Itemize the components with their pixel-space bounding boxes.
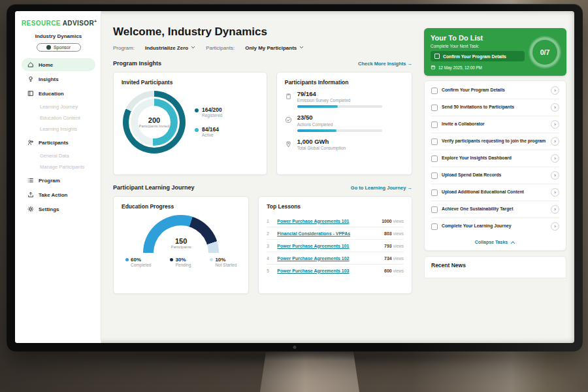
lesson-link[interactable]: Financial Considerations - VPPAs	[277, 231, 379, 236]
participants-select[interactable]: Only My Participants	[245, 45, 304, 51]
task-checkbox[interactable]	[431, 223, 438, 230]
task-checkbox[interactable]	[431, 88, 438, 94]
chevron-right-icon[interactable]: ›	[551, 86, 559, 95]
sidebar-item-label: Take Action	[39, 192, 67, 198]
todo-task[interactable]: Upload Spend Data Records ›	[431, 167, 559, 184]
task-checkbox[interactable]	[434, 54, 440, 59]
donut-center: 200 Participants Invited	[138, 106, 171, 139]
participants-information-card: Participants Information 79/164 Emission…	[276, 72, 412, 175]
gauge-center: 150 Participants	[122, 237, 240, 249]
lesson-rank: 3	[267, 244, 272, 248]
legend-not-started: 10% Not Started	[210, 257, 237, 267]
filter-bar: Program: Industrialize Zero Participants…	[113, 45, 412, 51]
program-select[interactable]: Industrialize Zero	[145, 45, 195, 51]
task-checkbox[interactable]	[431, 122, 438, 128]
arrow-right-icon: →	[408, 61, 413, 67]
task-checkbox[interactable]	[431, 172, 438, 179]
collapse-tasks-button[interactable]: Collapse Tasks	[431, 235, 559, 249]
task-label: Upload Additional Educational Content	[442, 189, 547, 195]
todo-header: Your To Do List Complete Your Next Task:…	[424, 28, 566, 76]
sidebar-item-participants[interactable]: Participants	[22, 136, 95, 149]
donut-center-value: 200	[148, 116, 160, 124]
check-icon	[285, 114, 292, 131]
lesson-row: 3 Power Purchase Agreements 101 793views	[267, 240, 404, 252]
task-checkbox[interactable]	[431, 206, 438, 213]
participants-select-value: Only My Participants	[245, 45, 297, 51]
sidebar-item-insights[interactable]: Insights	[22, 73, 95, 86]
chevron-right-icon[interactable]: ›	[551, 205, 559, 214]
check-more-insights-link[interactable]: Check More Insights →	[358, 61, 412, 67]
task-checkbox[interactable]	[431, 189, 438, 196]
chevron-right-icon[interactable]: ›	[551, 188, 559, 197]
sidebar: RESOURCE ADVISOR+ Industry Dynamics Spon…	[15, 11, 101, 343]
lesson-link[interactable]: Power Purchase Agreements 103	[277, 269, 379, 273]
lesson-link[interactable]: Power Purchase Agreements 102	[277, 256, 379, 261]
stat-label: Total Global Consumption	[297, 146, 346, 150]
collapse-label: Collapse Tasks	[475, 240, 508, 244]
sidebar-item-label: Education	[39, 91, 64, 97]
sidebar-item-learning-journey[interactable]: Learning Journey	[22, 101, 95, 112]
todo-task[interactable]: Invite a Collaborator ›	[431, 116, 559, 133]
next-task-row[interactable]: Confirm Your Program Details	[431, 51, 525, 61]
todo-task[interactable]: Complete Your Learning Journey ›	[431, 218, 559, 235]
gauge-label: Participants	[122, 245, 240, 249]
legend-dot	[195, 108, 199, 112]
chevron-right-icon[interactable]: ›	[551, 103, 559, 112]
sidebar-item-manage-participants[interactable]: Manage Participants	[22, 161, 95, 172]
todo-task[interactable]: Verify participants requesting to join t…	[431, 133, 559, 150]
clipboard-icon	[285, 91, 292, 108]
task-checkbox[interactable]	[431, 155, 438, 162]
todo-task[interactable]: Send 50 Invitations to Participants ›	[431, 99, 559, 116]
chevron-right-icon[interactable]: ›	[551, 154, 559, 163]
sidebar-item-program[interactable]: Program	[22, 174, 95, 187]
sidebar-item-home[interactable]: Home	[22, 58, 95, 71]
todo-progress-count: 0/7	[532, 40, 557, 65]
next-task-due: 12 May 2025, 12:00 PM	[431, 65, 525, 70]
top-lessons-card: Top Lessons 1 Power Purchase Agreements …	[258, 196, 412, 294]
app-window: RESOURCE ADVISOR+ Industry Dynamics Spon…	[15, 11, 574, 343]
go-to-learning-journey-link[interactable]: Go to Learning Journey →	[351, 185, 412, 191]
sidebar-item-learning-insights[interactable]: Learning Insights	[22, 123, 95, 135]
sponsor-badge[interactable]: Sponsor	[37, 43, 81, 52]
logo-primary: RESOURCE	[22, 20, 61, 27]
progress-bar	[297, 105, 382, 108]
stat-value: 23/50	[297, 114, 382, 121]
chevron-right-icon[interactable]: ›	[551, 222, 559, 231]
sidebar-item-take-action[interactable]: Take Action	[22, 188, 95, 201]
todo-task[interactable]: Achieve One Sustainability Target ›	[431, 201, 559, 218]
arrow-right-icon: →	[408, 185, 413, 191]
recent-news-card: Recent News	[424, 256, 566, 278]
task-checkbox[interactable]	[431, 105, 438, 111]
lesson-link[interactable]: Power Purchase Agreements 101	[277, 244, 379, 248]
sponsor-icon	[46, 45, 51, 50]
location-pin-icon	[285, 139, 292, 150]
lightbulb-icon	[27, 76, 34, 82]
legend-dot	[210, 258, 213, 261]
chevron-up-icon	[510, 240, 515, 244]
stat-value: 79/164	[297, 91, 382, 97]
chevron-right-icon[interactable]: ›	[551, 120, 559, 129]
stat-emission-survey: 79/164 Emission Survey Completed	[285, 91, 404, 108]
lesson-views: 734views	[384, 256, 404, 261]
lesson-rank: 2	[267, 231, 272, 236]
legend-dot	[195, 128, 199, 132]
insights-cards-row: Invited Participants 200 Participants In…	[113, 72, 412, 175]
logo-secondary: ADVISOR	[63, 20, 94, 27]
lesson-link[interactable]: Power Purchase Agreements 101	[277, 219, 376, 223]
sidebar-item-education[interactable]: Education	[22, 87, 95, 100]
task-checkbox[interactable]	[431, 139, 438, 145]
sidebar-item-settings[interactable]: Settings	[22, 203, 95, 216]
sidebar-item-education-content[interactable]: Education Content	[22, 112, 95, 123]
todo-task[interactable]: Explore Your Insights Dashboard ›	[431, 150, 559, 167]
todo-task[interactable]: Upload Additional Educational Content ›	[431, 184, 559, 201]
task-label: Send 50 Invitations to Participants	[442, 105, 547, 110]
education-progress-card: Education Progress 150 Participants 60% …	[113, 196, 249, 294]
todo-task[interactable]: Confirm Your Program Details ›	[431, 82, 559, 99]
legend-dot	[170, 258, 173, 261]
chevron-down-icon	[299, 45, 304, 51]
chevron-right-icon[interactable]: ›	[551, 171, 559, 180]
chevron-right-icon[interactable]: ›	[551, 137, 559, 146]
todo-tasks-card: Confirm Your Program Details › Send 50 I…	[424, 80, 566, 251]
people-icon	[27, 139, 34, 146]
sidebar-item-general-data[interactable]: General Data	[22, 150, 95, 161]
